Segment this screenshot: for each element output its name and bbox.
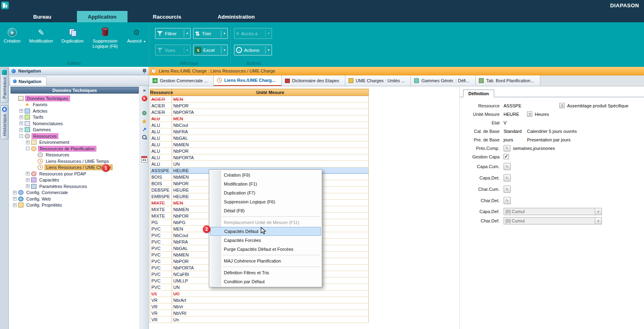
vues-button[interactable]: Vues▼ (155, 45, 191, 56)
expand-toggle-icon[interactable]: + (19, 128, 23, 132)
tab-bureau[interactable]: Bureau (22, 11, 62, 22)
menu-item-purge-capacites-defaut-et-forcees[interactable]: Purge Capacités Défaut et Forcées (210, 245, 321, 254)
rail-button-close-red-icon[interactable]: × (141, 95, 148, 102)
menu-item-definition-filtres-et-tris[interactable]: Définition Filtres et Tris (210, 268, 321, 277)
field-edit-button[interactable]: ✎ (504, 186, 511, 193)
actions-button[interactable]: →Actions▼ (234, 45, 272, 56)
tree-item-liens-ressources-ume-temps[interactable]: Liens Ressources / UME Temps (11, 158, 139, 164)
field-select[interactable]: [0] Cumul▼ (504, 208, 602, 215)
excel-button[interactable]: XExcel▼ (193, 45, 228, 56)
field-select[interactable]: [0] Cumul▼ (504, 217, 602, 224)
menu-item-modification-f1[interactable]: Modification (F1) (210, 179, 321, 188)
expand-toggle-icon[interactable]: + (19, 115, 23, 119)
expand-toggle-icon[interactable]: + (26, 178, 30, 182)
duplication-button[interactable]: Duplication (60, 26, 85, 49)
tree-item-environnement[interactable]: +Environnement (11, 139, 139, 146)
table-row[interactable]: ALUNbFRA (150, 128, 369, 135)
table-row[interactable]: ACIERNbPOR (150, 103, 369, 109)
expand-toggle-icon[interactable]: + (26, 141, 30, 144)
tree-item-tarifs[interactable]: +Tarifs (11, 114, 139, 121)
table-row[interactable]: VRNbrArt (150, 297, 369, 303)
menu-item-creation-f9[interactable]: Création (F9) (210, 171, 321, 179)
trier-button[interactable]: ⇅Trier▼ (193, 28, 228, 39)
menu-item-detail-f8[interactable]: Détail (F8) (210, 206, 321, 215)
expand-toggle-icon[interactable]: + (19, 109, 23, 113)
table-row[interactable]: ALUNbPORTA (150, 154, 369, 161)
table-row[interactable]: VRNbVRI (150, 310, 369, 316)
table-row[interactable]: ALUNbMEN (150, 141, 369, 148)
panel-tab-historique[interactable]: Historique (0, 105, 9, 140)
field-edit-button[interactable]: ✎ (504, 197, 511, 204)
table-row[interactable]: VRUn (150, 316, 369, 323)
tree-item-ressources-pour-pdap[interactable]: +Ressources pour PDAP (11, 171, 139, 177)
tree-item-gammes[interactable]: +Gammes (11, 127, 139, 133)
filtrer-button[interactable]: Filtrer▼ (155, 28, 191, 39)
tree-item-ressources-de-planification[interactable]: -Ressources de Planification (11, 145, 139, 152)
tree-item-config-commerciale[interactable]: +Config. Commerciale (11, 190, 139, 196)
menu-item-duplication-f7[interactable]: Duplication (F7) (210, 188, 321, 197)
expand-toggle-icon[interactable]: + (13, 191, 17, 194)
menu-item-condition-par-defaut[interactable]: Condition par Défaut (210, 277, 321, 286)
column-header-unite-mesure[interactable]: Unité Mesure (172, 89, 369, 96)
table-row[interactable]: ACIERNbPORTA (150, 109, 369, 115)
menu-item-suppression-logique-f6[interactable]: Suppression Logique (F6) (210, 197, 321, 206)
field-edit-button[interactable]: ✎ (504, 174, 511, 182)
doc-tab-liens-res-ume-charg[interactable]: Liens Res./UME Charg... (214, 75, 282, 86)
tree-item-parametres-ressources[interactable]: +Paramètres Ressources (11, 183, 139, 190)
tab-application[interactable]: Application (77, 11, 128, 22)
expand-toggle-icon[interactable]: + (19, 122, 23, 125)
table-row[interactable]: ACIERMEN (150, 96, 369, 103)
tree-item-nomenclatures[interactable]: +Nomenclatures (11, 120, 139, 127)
table-row[interactable]: ALUMEN (150, 115, 369, 122)
tree-item-config-web[interactable]: +Config. Web (11, 196, 139, 202)
table-row[interactable]: VRNbVr (150, 303, 369, 310)
field-edit-button[interactable]: ✎ (504, 163, 511, 170)
table-row[interactable]: ALUNbGAL (150, 135, 369, 141)
acces-a-button[interactable]: ≡Accès à▼ (234, 28, 272, 39)
expand-toggle-icon[interactable]: - (26, 147, 30, 150)
doc-tab-dictionnaire-des-etapes[interactable]: Dictionnaire des Etapes (282, 75, 345, 86)
menu-item-maj-coherence-planification[interactable]: MAJ Cohérence Planification (210, 256, 321, 265)
doc-tab-ume-charges-unites[interactable]: UME Charges : Unités ... (345, 75, 411, 86)
tree-item-capacites[interactable]: +Capacités (11, 177, 139, 184)
expand-toggle-icon[interactable]: + (26, 172, 30, 175)
tab-navigation[interactable]: Navigation (10, 77, 47, 85)
rail-button-rail-gear-icon[interactable]: ⚙ (141, 109, 148, 117)
tree-item-articles[interactable]: +Articles (11, 108, 139, 114)
menu-item-remplacement-unite-de-mesure-f11[interactable]: Remplacement Unité de Mesure (F11) (210, 218, 321, 227)
rail-button-rail-star-icon[interactable]: ★ (141, 118, 148, 125)
doc-tab-tab-bord-planification[interactable]: Tab. Bord Planification... (476, 75, 540, 86)
expand-toggle-icon[interactable]: + (13, 203, 17, 207)
modification-button[interactable]: ✎Modification (26, 26, 57, 49)
rail-button-calendar-icon[interactable]: 21 (141, 156, 148, 163)
table-row[interactable]: ALUNbPOR (150, 148, 369, 154)
panel-tab-panneaux[interactable]: Panneaux (0, 68, 9, 103)
collapse-panel-button[interactable]: » (141, 87, 148, 94)
tree-item-liens-ressources-ume-charge[interactable]: Liens Ressources / UME Charge (11, 164, 139, 171)
menu-item-capacites-forcees[interactable]: Capacités Forcées (210, 236, 321, 245)
doc-tab-gestion-commerciale[interactable]: Gestion Commerciale ... (149, 75, 214, 86)
tree-item-config-proprietes[interactable]: +Config. Propriétés (11, 202, 139, 209)
table-row[interactable]: ALUNbCoul (150, 122, 369, 128)
edit-button[interactable]: ✎ (504, 145, 510, 152)
creation-button[interactable]: +Création (2, 26, 23, 49)
checkbox[interactable]: ✓ (504, 154, 509, 159)
rail-button-go-icon[interactable]: ↗ (141, 126, 148, 133)
tree-item-ressources[interactable]: Ressources (11, 152, 139, 158)
rail-button-search-icon[interactable] (141, 134, 148, 141)
tab-raccourcis[interactable]: Raccourcis (142, 11, 192, 22)
tree-item-favoris[interactable]: ★Favoris (11, 102, 139, 108)
avance-button[interactable]: ⚙Avancé▼ (125, 26, 148, 49)
tree-item-donnees-techniques[interactable]: Données Techniques (11, 95, 139, 102)
suppression-logique-f6-button[interactable]: Suppression Logique (F6) (89, 26, 122, 49)
expand-toggle-icon[interactable]: - (19, 134, 23, 138)
tab-administration[interactable]: Administration (207, 11, 266, 22)
tree-item-ressources[interactable]: -Ressources (11, 133, 139, 139)
table-row[interactable]: U1UC (150, 291, 369, 297)
expand-toggle-icon[interactable]: + (13, 197, 17, 201)
column-header-ressource[interactable]: Ressource (150, 89, 172, 96)
table-row[interactable]: ALUUN (150, 161, 369, 167)
tab-definition[interactable]: Définition (463, 90, 494, 97)
pin-icon[interactable] (142, 68, 147, 74)
expand-toggle-icon[interactable]: + (26, 184, 30, 188)
